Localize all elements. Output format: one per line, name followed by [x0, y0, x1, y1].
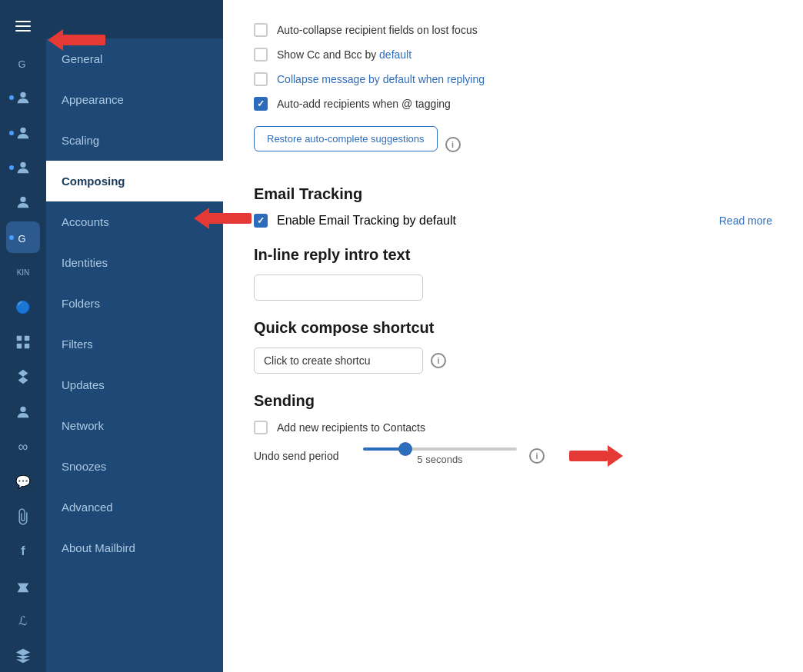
nav-item-identities[interactable]: Identities	[46, 242, 223, 283]
svg-rect-7	[25, 336, 29, 341]
svg-marker-10	[18, 370, 28, 384]
svg-rect-6	[17, 336, 22, 341]
email-tracking-section: Email Tracking Enable Email Tracking by …	[254, 185, 772, 228]
nav-item-composing[interactable]: Composing	[46, 161, 223, 201]
svg-rect-9	[25, 344, 29, 348]
inline-reply-section: In-line reply intro text	[254, 246, 772, 301]
undo-send-info-icon[interactable]: i	[529, 448, 545, 464]
svg-point-3	[20, 162, 25, 168]
restore-button[interactable]: Restore auto-complete suggestions	[254, 126, 438, 151]
checkbox-add-recipients-input[interactable]	[254, 421, 268, 434]
sidebar-icon-g2[interactable]: G	[6, 221, 40, 253]
sidebar-icon-person3[interactable]	[6, 151, 40, 183]
slider-wrap: 5 seconds	[363, 447, 517, 465]
shortcut-info-icon[interactable]: i	[431, 353, 446, 368]
hamburger-button[interactable]	[0, 8, 46, 44]
icon-bar: G G KIN 🔵 ∞ 💬 f ℒ	[0, 0, 46, 672]
checkbox-auto-add-label: Auto-add recipients when @ tagging	[277, 98, 451, 110]
svg-text:G: G	[18, 58, 26, 69]
checkbox-add-recipients: Add new recipients to Contacts	[254, 421, 772, 434]
checkbox-collapse-message-input[interactable]	[254, 72, 268, 86]
quick-compose-input[interactable]	[254, 348, 423, 374]
inline-reply-title: In-line reply intro text	[254, 246, 772, 264]
nav-item-general[interactable]: General	[46, 38, 223, 79]
checkbox-auto-collapse-label: Auto-collapse recipient fields on lost f…	[277, 24, 478, 36]
sidebar-icon-g1[interactable]: G	[6, 47, 40, 78]
sidebar-header	[46, 0, 223, 38]
sending-section: Sending Add new recipients to Contacts U…	[254, 392, 772, 467]
email-tracking-label: Enable Email Tracking by default	[277, 214, 456, 228]
shortcut-row: i	[254, 348, 772, 374]
checkbox-auto-add: Auto-add recipients when @ tagging	[254, 97, 772, 111]
sidebar-icon-drive[interactable]	[6, 571, 40, 602]
nav-item-appearance[interactable]: Appearance	[46, 79, 223, 120]
svg-point-4	[20, 197, 25, 202]
svg-point-11	[20, 406, 25, 411]
checkbox-collapse-message-label: Collapse message by default when replyin…	[277, 73, 485, 85]
dot-indicator	[9, 95, 14, 100]
dot-indicator	[9, 235, 14, 240]
checkbox-auto-collapse-input[interactable]	[254, 23, 268, 37]
sidebar-icon-layers[interactable]	[6, 640, 40, 672]
quick-compose-section: Quick compose shortcut i	[254, 319, 772, 374]
nav-item-snoozes[interactable]: Snoozes	[46, 446, 223, 487]
sidebar-icon-attach[interactable]	[6, 501, 40, 532]
nav-item-scaling[interactable]: Scaling	[46, 120, 223, 161]
nav-item-about[interactable]: About Mailbird	[46, 527, 223, 568]
email-tracking-title: Email Tracking	[254, 185, 772, 203]
undo-send-label: Undo send period	[254, 450, 354, 462]
restore-row: Restore auto-complete suggestions i	[254, 121, 772, 167]
checkbox-show-cc-bcc-label: Show Cc and Bcc by default	[277, 48, 411, 61]
checkbox-show-cc-bcc-input[interactable]	[254, 48, 268, 62]
email-tracking-left: Enable Email Tracking by default	[254, 214, 456, 228]
checkbox-auto-add-input[interactable]	[254, 97, 268, 111]
main-content: Auto-collapse recipient fields on lost f…	[223, 0, 803, 672]
undo-send-slider[interactable]	[363, 447, 517, 451]
svg-text:G: G	[18, 232, 26, 244]
hamburger-icon	[15, 21, 31, 32]
read-more-link[interactable]: Read more	[719, 215, 772, 227]
nav-item-filters[interactable]: Filters	[46, 324, 223, 364]
nav-item-folders[interactable]: Folders	[46, 283, 223, 324]
sidebar-icon-kin[interactable]: KIN	[6, 256, 40, 288]
quick-compose-title: Quick compose shortcut	[254, 319, 772, 337]
nav-item-accounts[interactable]: Accounts	[46, 201, 223, 242]
sidebar: General Appearance Scaling Composing Acc…	[46, 0, 223, 672]
sidebar-icon-dropbox[interactable]	[6, 361, 40, 393]
dot-indicator	[9, 165, 14, 170]
nav-item-advanced[interactable]: Advanced	[46, 487, 223, 527]
checkbox-add-recipients-label: Add new recipients to Contacts	[277, 421, 425, 434]
nav-item-network[interactable]: Network	[46, 405, 223, 446]
inline-reply-input[interactable]	[254, 274, 423, 301]
sending-title: Sending	[254, 392, 772, 410]
sidebar-icon-person5[interactable]	[6, 396, 40, 427]
sidebar-icon-l[interactable]: ℒ	[6, 605, 40, 637]
nav-item-updates[interactable]: Updates	[46, 364, 223, 405]
dot-indicator	[9, 131, 14, 135]
svg-point-2	[20, 127, 25, 132]
checkbox-email-tracking[interactable]	[254, 214, 268, 228]
undo-send-row: Undo send period 5 seconds i	[254, 445, 772, 467]
sidebar-icon-person1[interactable]	[6, 82, 40, 113]
restore-info-icon[interactable]: i	[445, 137, 461, 152]
email-tracking-row: Enable Email Tracking by default Read mo…	[254, 214, 772, 228]
checkbox-collapse-message: Collapse message by default when replyin…	[254, 72, 772, 86]
svg-point-1	[20, 92, 25, 98]
sidebar-icon-emoji[interactable]: 🔵	[6, 291, 40, 323]
undo-send-value: 5 seconds	[363, 454, 517, 465]
sidebar-icon-person2[interactable]	[6, 117, 40, 148]
sidebar-icon-whatsapp[interactable]: 💬	[6, 466, 40, 497]
arrow-body	[569, 451, 608, 461]
sidebar-icon-person4[interactable]	[6, 187, 40, 218]
arrow-right-indicator	[569, 445, 623, 467]
checkbox-show-cc-bcc: Show Cc and Bcc by default	[254, 48, 772, 62]
sidebar-icon-grid[interactable]	[6, 326, 40, 358]
sidebar-icon-facebook[interactable]: f	[6, 536, 40, 567]
svg-rect-8	[17, 344, 22, 348]
arrow-head	[608, 445, 623, 467]
checkbox-auto-collapse: Auto-collapse recipient fields on lost f…	[254, 23, 772, 37]
sidebar-icon-infinity[interactable]: ∞	[6, 431, 40, 462]
